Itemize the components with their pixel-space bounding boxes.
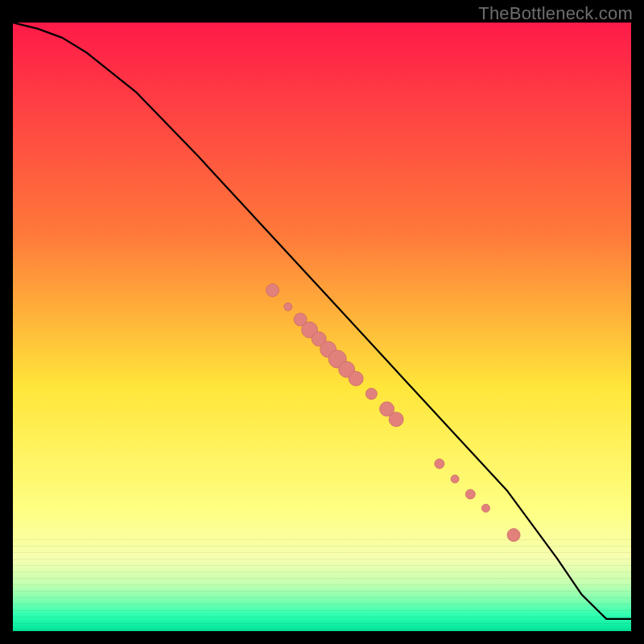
data-marker (482, 504, 490, 512)
watermark-text: TheBottleneck.com (478, 3, 633, 24)
data-marker (507, 529, 520, 542)
data-marker (435, 459, 444, 469)
data-marker (284, 303, 292, 311)
data-marker (349, 371, 363, 386)
data-marker (266, 284, 279, 297)
data-marker (465, 489, 475, 499)
data-marker (389, 412, 403, 427)
data-marker (365, 388, 377, 399)
markers-group (266, 284, 520, 542)
curve-layer (13, 23, 631, 631)
plot-area (13, 23, 631, 631)
chart-stage: TheBottleneck.com (0, 0, 644, 644)
data-marker (451, 475, 459, 483)
bottleneck-curve-path (13, 23, 631, 619)
